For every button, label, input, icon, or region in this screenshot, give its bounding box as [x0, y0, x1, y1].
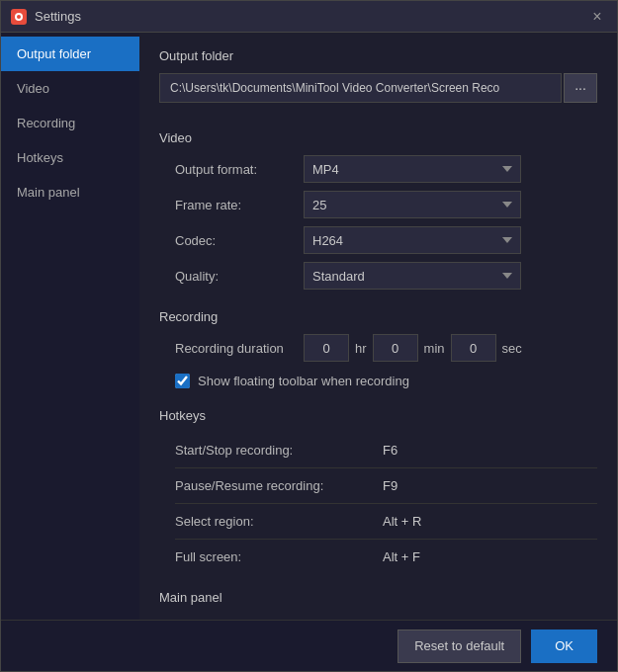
settings-window: Settings × Output folder Video Recording… — [0, 0, 618, 672]
sidebar: Output folder Video Recording Hotkeys Ma… — [1, 33, 139, 620]
quality-select[interactable]: Standard — [304, 262, 521, 290]
quality-wrap: Standard — [304, 262, 597, 290]
start-stop-value: F6 — [373, 433, 597, 468]
pause-resume-label: Pause/Resume recording: — [175, 468, 373, 504]
svg-point-2 — [17, 15, 21, 19]
frame-rate-select[interactable]: 25 — [304, 191, 521, 218]
floating-toolbar-row: Show floating toolbar when recording — [175, 374, 597, 388]
duration-hr-input[interactable] — [304, 334, 349, 362]
start-stop-label: Start/Stop recording: — [175, 433, 373, 468]
sec-unit: sec — [502, 341, 522, 356]
pause-resume-value: F9 — [373, 468, 597, 504]
codec-wrap: H264 — [304, 226, 597, 254]
hotkeys-header: Hotkeys — [159, 408, 597, 423]
duration-sec-input[interactable] — [451, 334, 496, 362]
output-folder-header: Output folder — [159, 48, 597, 63]
sidebar-item-hotkeys[interactable]: Hotkeys — [1, 140, 139, 175]
recording-duration-label: Recording duration — [175, 341, 294, 356]
sidebar-item-output-folder[interactable]: Output folder — [1, 37, 139, 71]
output-format-select[interactable]: MP4 — [304, 155, 521, 183]
frame-rate-label: Frame rate: — [175, 191, 304, 218]
select-region-value: Alt + R — [373, 504, 597, 540]
folder-path-input[interactable] — [159, 73, 562, 103]
min-unit: min — [424, 341, 445, 356]
output-format-label: Output format: — [175, 155, 304, 183]
app-icon — [11, 9, 27, 25]
full-screen-value: Alt + F — [373, 540, 597, 574]
codec-label: Codec: — [175, 226, 304, 254]
sidebar-item-video[interactable]: Video — [1, 71, 139, 106]
close-button[interactable]: × — [587, 7, 607, 27]
hr-unit: hr — [355, 341, 367, 356]
main-panel-header: Main panel — [159, 590, 597, 605]
quality-label: Quality: — [175, 262, 304, 290]
select-region-label: Select region: — [175, 504, 373, 540]
hotkeys-grid: Start/Stop recording: F6 Pause/Resume re… — [175, 433, 597, 574]
content-area: Output folder Video Recording Hotkeys Ma… — [1, 33, 617, 620]
titlebar: Settings × — [1, 1, 617, 33]
codec-select[interactable]: H264 — [304, 226, 521, 254]
video-settings-grid: Output format: MP4 Frame rate: 25 Codec:… — [175, 155, 597, 290]
main-content: Output folder ··· Video Output format: M… — [139, 33, 617, 620]
window-title: Settings — [35, 9, 587, 24]
reset-button[interactable]: Reset to default — [397, 630, 521, 663]
output-format-wrap: MP4 — [304, 155, 597, 183]
folder-browse-button[interactable]: ··· — [564, 73, 597, 103]
recording-duration-row: Recording duration hr min sec — [175, 334, 597, 362]
floating-toolbar-label: Show floating toolbar when recording — [198, 374, 409, 388]
folder-row: ··· — [159, 73, 597, 103]
sidebar-item-recording[interactable]: Recording — [1, 106, 139, 140]
frame-rate-wrap: 25 — [304, 191, 597, 218]
full-screen-label: Full screen: — [175, 540, 373, 574]
video-header: Video — [159, 130, 597, 145]
ok-button[interactable]: OK — [531, 630, 597, 663]
footer: Reset to default OK — [1, 620, 617, 671]
recording-header: Recording — [159, 309, 597, 324]
duration-min-input[interactable] — [373, 334, 418, 362]
floating-toolbar-checkbox[interactable] — [175, 374, 190, 388]
sidebar-item-main-panel[interactable]: Main panel — [1, 175, 139, 210]
